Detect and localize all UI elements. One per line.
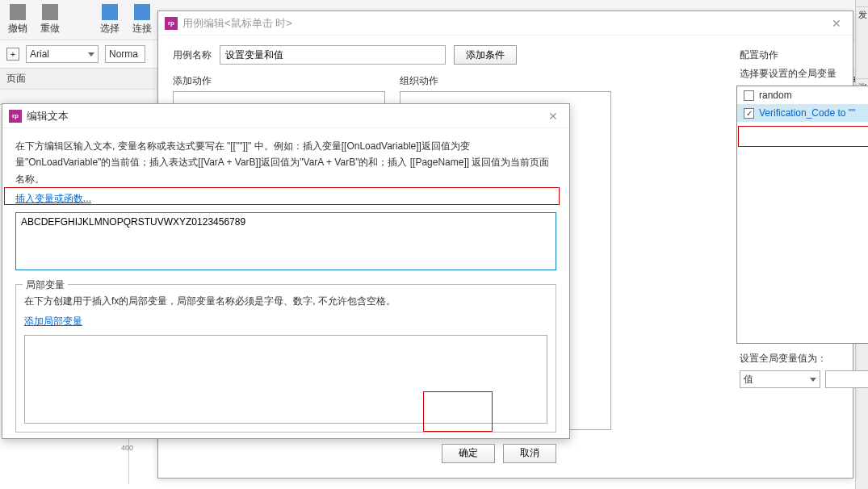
insert-var-link[interactable]: 插入变量或函数... [15,192,91,206]
checkbox-random[interactable] [744,90,754,101]
add-action-header: 添加动作 [173,74,385,88]
global-var-header-row: 选择要设置的全局变量 添加全局变量 [740,67,868,81]
case-dialog-titlebar[interactable]: rp 用例编辑<鼠标单击 时> ✕ [158,11,853,36]
edit-instructions: 在下方编辑区输入文本, 变量名称或表达式要写在 "[[""]]" 中。例如：插入… [15,138,556,187]
local-var-legend: 局部变量 [23,278,68,292]
set-value-label: 设置全局变量值为： [740,352,868,366]
select-icon [102,4,118,20]
case-name-label: 用例名称 [173,48,212,62]
pages-label: 页面 [6,72,26,86]
case-dialog-title: 用例编辑<鼠标单击 时> [182,16,827,31]
add-local-link[interactable]: 添加局部变量 [24,315,547,328]
global-var-list[interactable]: random Verification_Code to "" [736,86,868,344]
add-button[interactable]: + [6,48,19,61]
select-button[interactable]: 选择 [95,2,124,37]
edit-cancel-button[interactable]: 取消 [503,444,556,463]
edit-text-dialog: rp 编辑文本 ✕ 在下方编辑区输入文本, 变量名称或表达式要写在 "[[""]… [2,103,570,439]
checkbox-verification-code[interactable] [744,108,754,119]
connect-label: 连接 [132,22,152,36]
set-value-section: 设置全局变量值为： 值 fx [740,352,868,388]
add-condition-button[interactable]: 添加条件 [454,45,517,65]
edit-dialog-body: 在下方编辑区输入文本, 变量名称或表达式要写在 "[[""]]" 中。例如：插入… [2,128,569,473]
undo-icon [10,4,26,20]
select-label: 选择 [100,22,120,36]
undo-label: 撤销 [8,22,27,36]
value-type-dropdown[interactable]: 值 [740,370,820,388]
font-style-value: Norma [109,48,138,60]
expression-textarea[interactable] [15,212,556,270]
edit-dialog-buttons: 确定 取消 [15,444,556,463]
set-value-controls: 值 fx [740,370,868,388]
rp-icon: rp [165,17,178,30]
var-item-verification-code[interactable]: Verification_Code to "" [737,104,868,122]
value-input[interactable] [825,370,868,388]
font-value: Arial [30,48,49,60]
chevron-down-icon [810,378,816,382]
select-global-label: 选择要设置的全局变量 [740,67,837,81]
rp-icon: rp [9,110,22,123]
close-button[interactable]: ✕ [543,108,563,124]
undo-button[interactable]: 撤销 [3,2,32,37]
connect-icon [134,4,150,20]
configure-action-header: 配置动作 [740,48,868,62]
close-button[interactable]: ✕ [827,15,846,31]
value-type-text: 值 [744,373,753,387]
redo-icon [42,4,58,20]
organize-action-header: 组织动作 [400,74,612,88]
case-name-input[interactable] [220,45,446,65]
font-style-select[interactable]: Norma [105,45,145,63]
right-tab-1[interactable]: 发 [856,0,868,7]
edit-dialog-titlebar[interactable]: rp 编辑文本 ✕ [2,104,569,128]
font-select[interactable]: Arial [26,45,99,63]
var-label-verification-code: Verification_Code to "" [759,107,855,119]
local-var-fieldset: 局部变量 在下方创建用于插入fx的局部变量，局部变量名称必须是字母、数字, 不允… [15,284,556,432]
var-label-random: random [759,90,792,101]
case-dialog-buttons: 确定 取消 [736,396,868,416]
edit-dialog-title: 编辑文本 [27,109,543,123]
local-var-list[interactable] [24,335,547,424]
edit-ok-button[interactable]: 确定 [442,444,495,463]
chevron-down-icon [88,52,94,56]
redo-button[interactable]: 重做 [36,2,65,37]
configure-action-panel: 配置动作 选择要设置的全局变量 添加全局变量 random Verificati… [736,48,868,416]
redo-label: 重做 [40,22,60,36]
connect-button[interactable]: 连接 [128,2,157,37]
local-var-instructions: 在下方创建用于插入fx的局部变量，局部变量名称必须是字母、数字, 不允许包含空格… [24,293,547,309]
var-item-random[interactable]: random [737,86,868,104]
